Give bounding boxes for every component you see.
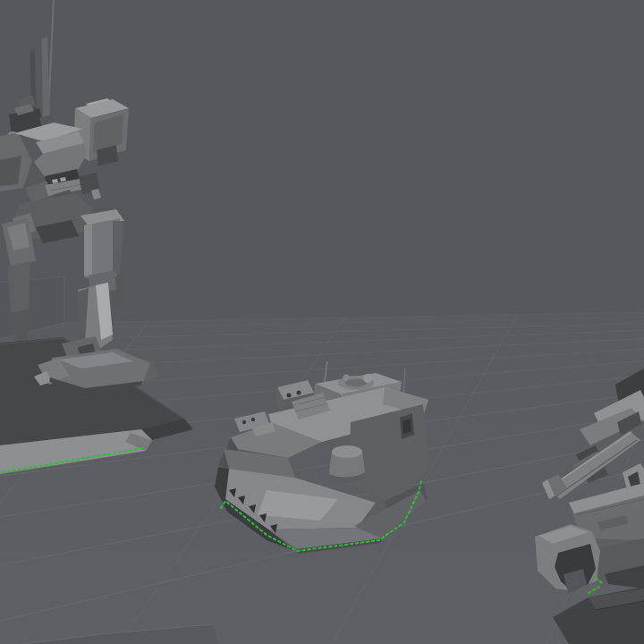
viewport-3d[interactable] [0,0,644,644]
tank-cupola-bucket [328,445,366,483]
hatch [363,374,372,383]
